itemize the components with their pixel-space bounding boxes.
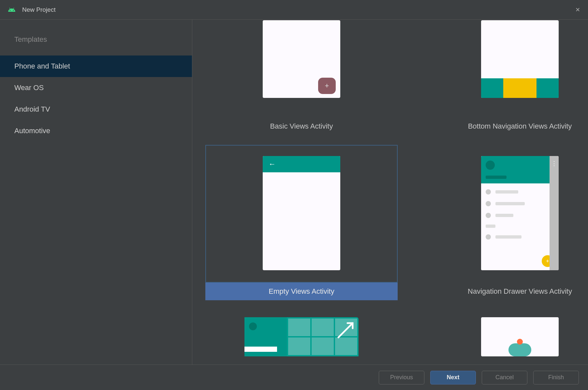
- footer: Previous Next Cancel Finish: [0, 365, 588, 390]
- template-label: Empty Views Activity: [205, 283, 398, 300]
- template-gallery[interactable]: + Basic Views Activity Bottom Navigation…: [192, 20, 588, 365]
- template-card-bottom-nav[interactable]: Bottom Navigation Views Activity: [424, 20, 588, 135]
- fab-icon: +: [318, 78, 336, 94]
- dialog-title: New Project: [22, 6, 55, 13]
- expand-arrow-icon: [336, 320, 355, 340]
- phone-mock: + ⋮: [481, 156, 559, 270]
- template-card-nav-drawer[interactable]: + ⋮ Navigation Drawer Views Activity: [424, 145, 588, 300]
- titlebar: New Project ✕: [0, 0, 588, 20]
- template-preview: ←: [205, 145, 398, 283]
- new-project-dialog: New Project ✕ Templates Phone and Tablet…: [0, 0, 588, 390]
- template-card-basic-views[interactable]: + Basic Views Activity: [205, 20, 398, 135]
- template-card-empty-views[interactable]: ← Empty Views Activity: [205, 145, 398, 300]
- android-icon: [8, 6, 16, 14]
- kebab-icon: ⋮: [551, 160, 557, 167]
- cancel-button[interactable]: Cancel: [482, 371, 527, 384]
- finish-button[interactable]: Finish: [533, 371, 579, 384]
- phone-mock: [481, 317, 559, 356]
- appbar-mock: ←: [263, 156, 340, 172]
- sidebar-item-phone-tablet[interactable]: Phone and Tablet: [0, 55, 192, 77]
- template-preview: [424, 20, 588, 117]
- phone-mock: ←: [263, 156, 340, 270]
- template-label: Navigation Drawer Views Activity: [424, 283, 588, 300]
- close-icon[interactable]: ✕: [575, 6, 580, 13]
- template-card-game[interactable]: [424, 310, 588, 359]
- bottom-nav-mock: [481, 78, 559, 98]
- phone-mock: +: [263, 20, 340, 98]
- template-preview: [424, 310, 588, 359]
- game-controller-icon: [508, 343, 531, 356]
- back-arrow-icon: ←: [269, 160, 276, 168]
- sidebar-item-automotive[interactable]: Automotive: [0, 120, 192, 142]
- previous-button[interactable]: Previous: [379, 371, 424, 384]
- phone-mock: [481, 20, 559, 98]
- sidebar: Templates Phone and Tablet Wear OS Andro…: [0, 20, 192, 365]
- template-label: Basic Views Activity: [205, 117, 398, 135]
- tablet-mock: [244, 317, 359, 356]
- template-preview: + ⋮: [424, 145, 588, 283]
- template-card-responsive[interactable]: [205, 310, 398, 359]
- template-preview: [205, 310, 398, 359]
- next-button[interactable]: Next: [430, 371, 476, 384]
- sidebar-item-wear-os[interactable]: Wear OS: [0, 77, 192, 99]
- template-preview: +: [205, 20, 398, 117]
- sidebar-heading: Templates: [0, 31, 192, 55]
- sidebar-item-android-tv[interactable]: Android TV: [0, 99, 192, 120]
- main-area: Templates Phone and Tablet Wear OS Andro…: [0, 20, 588, 365]
- template-label: Bottom Navigation Views Activity: [424, 117, 588, 135]
